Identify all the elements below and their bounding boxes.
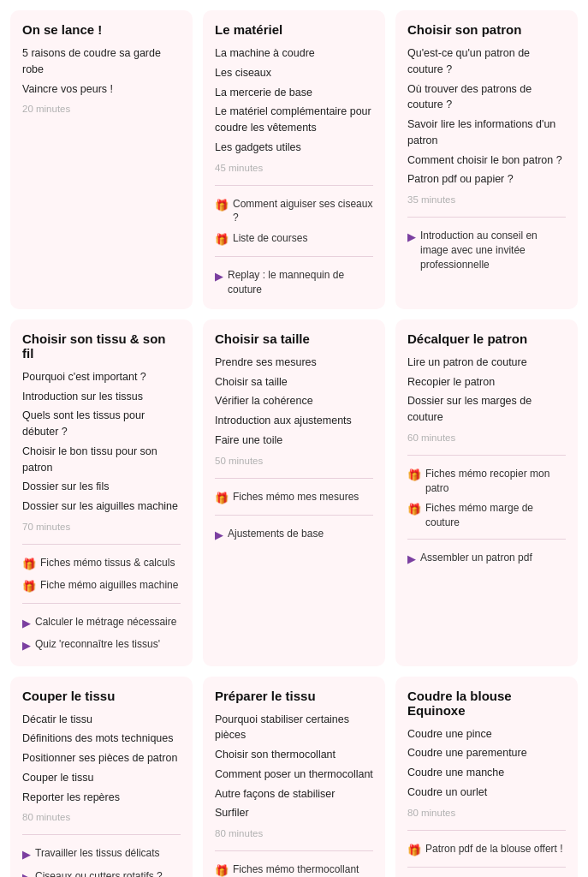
resource-label: Ciseaux ou cutters rotatifs ? xyxy=(35,869,163,877)
resource-label: Introduction au conseil en image avec un… xyxy=(420,229,566,271)
card-item: Coudre une manche xyxy=(407,765,566,781)
gift-icon: 🎁 xyxy=(407,468,421,483)
card-item: La mercerie de base xyxy=(215,85,373,101)
card-item: Pourquoi c'est important ? xyxy=(22,369,181,385)
card-item: Coudre un ourlet xyxy=(407,785,566,801)
resource-label: Ajustements de base xyxy=(228,527,324,541)
divider xyxy=(22,544,181,545)
video-icon: ▶ xyxy=(22,638,31,653)
card-item: Quels sont les tissus pour débuter ? xyxy=(22,408,181,440)
card-item: Comment poser un thermocollant xyxy=(215,767,373,783)
video-icon: ▶ xyxy=(215,269,223,284)
resource-video: ▶ Replay : le mannequin de couture xyxy=(215,268,373,297)
card-title: Choisir sa taille xyxy=(215,331,373,346)
resource-label: Calculer le métrage nécessaire xyxy=(35,615,176,629)
gift-icon: 🎁 xyxy=(407,843,421,858)
resource-label: Fiches mémo tissus & calculs xyxy=(40,556,175,570)
resource-gift: 🎁 Fiches mémo tissus & calculs xyxy=(22,556,181,572)
card-title: On se lance ! xyxy=(22,22,181,37)
card-item: Surfiler xyxy=(215,805,373,821)
card-item: Décatir le tissu xyxy=(22,712,181,728)
gift-icon: 🎁 xyxy=(407,502,421,517)
gift-icon: 🎁 xyxy=(215,198,229,213)
card-duration: 80 minutes xyxy=(22,812,181,822)
card-item: Introduction aux ajustements xyxy=(215,413,373,429)
resource-gift: 🎁 Comment aiguiser ses ciseaux ? xyxy=(215,197,373,226)
card-couper-tissu: Couper le tissu Décatir le tissu Définit… xyxy=(10,677,193,877)
card-item: Reporter les repères xyxy=(22,790,181,806)
card-item: Introduction sur les tissus xyxy=(22,389,181,405)
gift-icon: 🎁 xyxy=(22,557,36,572)
divider xyxy=(215,515,373,516)
card-duration: 70 minutes xyxy=(22,522,181,532)
card-coudre-blouse: Coudre la blouse Equinoxe Coudre une pin… xyxy=(395,677,578,877)
video-icon: ▶ xyxy=(407,230,416,245)
card-duration: 20 minutes xyxy=(22,104,181,114)
card-title: Décalquer le patron xyxy=(407,331,566,346)
card-item: Dossier sur les fils xyxy=(22,479,181,495)
card-choisir-patron: Choisir son patron Qu'est-ce qu'un patro… xyxy=(395,10,578,309)
card-item: Coudre une pince xyxy=(407,726,566,743)
card-item: Lire un patron de couture xyxy=(407,355,566,371)
card-item: Définitions des mots techniques xyxy=(22,731,181,747)
divider xyxy=(22,603,181,604)
resource-gift: 🎁 Fiches mémo mes mesures xyxy=(215,490,373,506)
card-item: Choisir le bon tissu pour son patron xyxy=(22,444,181,476)
resource-gift: 🎁 Fiche mémo aiguilles machine xyxy=(22,578,181,594)
resource-label: Assembler un patron pdf xyxy=(420,551,532,565)
video-icon: ▶ xyxy=(22,870,31,877)
card-item: Couper le tissu xyxy=(22,770,181,786)
card-duration: 35 minutes xyxy=(407,194,566,205)
card-item: 5 raisons de coudre sa garde robe xyxy=(22,45,181,78)
card-title: Choisir son patron xyxy=(407,22,566,37)
card-duration: 60 minutes xyxy=(407,433,566,443)
card-item: Choisir sa taille xyxy=(215,374,373,391)
card-item: Savoir lire les informations d'un patron xyxy=(407,116,566,149)
resource-gift: 🎁 Liste de courses xyxy=(215,231,373,248)
resource-label: Fiches mémo marge de couture xyxy=(425,501,566,530)
divider xyxy=(215,478,373,479)
card-title: Couper le tissu xyxy=(22,689,181,703)
gift-icon: 🎁 xyxy=(215,232,229,248)
video-icon: ▶ xyxy=(22,616,31,631)
resource-label: Liste de courses xyxy=(233,231,307,246)
card-title: Choisir son tissu & son fil xyxy=(22,331,181,361)
gift-icon: 🎁 xyxy=(22,579,36,594)
card-item: Patron pdf ou papier ? xyxy=(407,171,566,188)
card-title: Coudre la blouse Equinoxe xyxy=(407,689,566,718)
gift-icon: 🎁 xyxy=(215,863,229,877)
divider xyxy=(407,455,566,456)
resource-label: Fiche mémo aiguilles machine xyxy=(40,578,178,593)
card-duration: 80 minutes xyxy=(407,808,566,818)
card-duration: 50 minutes xyxy=(215,456,373,466)
card-item: Le matériel complémentaire pour coudre l… xyxy=(215,104,373,136)
gift-icon: 🎁 xyxy=(215,491,229,506)
resource-label: Travailler les tissus délicats xyxy=(35,846,160,861)
divider xyxy=(407,830,566,831)
divider xyxy=(407,539,566,540)
card-item: Prendre ses mesures xyxy=(215,355,373,371)
resource-label: Fiches mémo thermocollant xyxy=(233,862,359,877)
divider xyxy=(215,256,373,257)
card-item: Les ciseaux xyxy=(215,65,373,81)
resource-gift: 🎁 Patron pdf de la blouse offert ! xyxy=(407,842,566,858)
resource-video: ▶ Ciseaux ou cutters rotatifs ? xyxy=(22,869,181,877)
card-item: Les gadgets utiles xyxy=(215,140,373,156)
card-item: Autre façons de stabiliser xyxy=(215,786,373,802)
card-item: Positionner ses pièces de patron xyxy=(22,750,181,767)
resource-label: Fiches mémo mes mesures xyxy=(233,490,359,504)
resource-video: ▶ Quiz 'reconnaître les tissus' xyxy=(22,637,181,653)
resource-video: ▶ Assembler un patron pdf xyxy=(407,551,566,567)
resource-gift: 🎁 Fiches mémo marge de couture xyxy=(407,501,566,530)
video-icon: ▶ xyxy=(22,847,31,862)
card-item: La machine à coudre xyxy=(215,45,373,62)
card-on-se-lance: On se lance ! 5 raisons de coudre sa gar… xyxy=(10,10,193,309)
card-item: Comment choisir le bon patron ? xyxy=(407,152,566,169)
card-duration: 45 minutes xyxy=(215,163,373,173)
divider xyxy=(22,834,181,835)
card-item: Recopier le patron xyxy=(407,374,566,391)
resource-gift: 🎁 Fiches mémo recopier mon patro xyxy=(407,467,566,496)
resource-video: ▶ Ajustements de base xyxy=(215,527,373,543)
divider xyxy=(407,217,566,218)
card-item: Qu'est-ce qu'un patron de couture ? xyxy=(407,45,566,78)
